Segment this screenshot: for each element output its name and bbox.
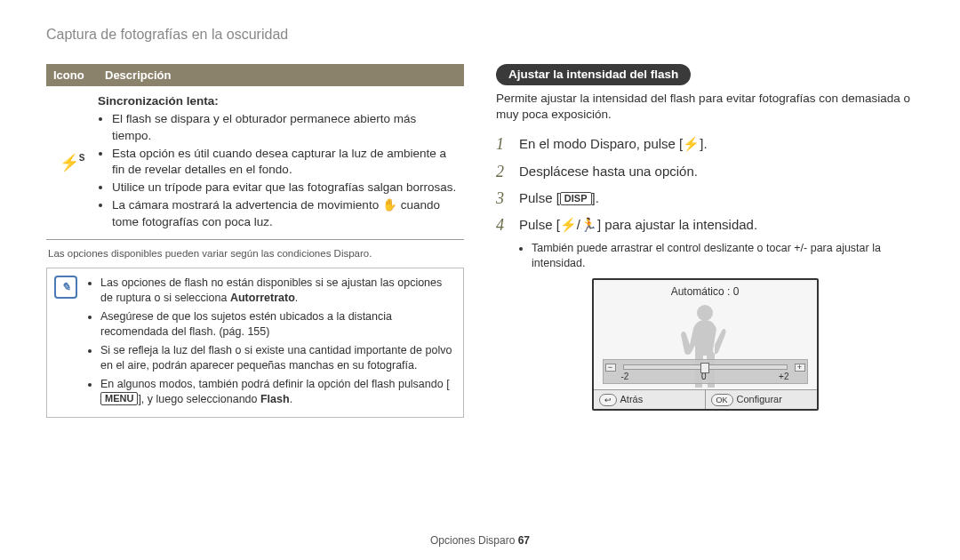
table-head-icon: Icono [46,64,98,87]
info-bullet: Si se refleja la luz del flash o si exis… [100,343,456,373]
ok-icon: OK [711,394,733,406]
screen-ok-button[interactable]: OK Configurar [706,390,817,409]
page-footer: Opciones Disparo 67 [0,533,960,548]
menu-key: MENU [100,392,138,405]
page-title: Captura de fotografías en la oscuridad [46,25,914,44]
slider-track[interactable] [623,364,788,370]
table-head-desc: Descripción [98,64,464,87]
slider-thumb[interactable] [700,363,709,373]
step-number: 1 [496,133,512,155]
slider-plus-button[interactable]: + [795,364,805,372]
step-number: 3 [496,188,512,209]
screen-title: Automático : 0 [594,280,817,300]
camera-screen: Automático : 0 − + [592,278,819,411]
svg-point-0 [697,305,713,321]
disp-key: DISP [560,192,592,205]
screen-back-button[interactable]: ↩ Atrás [594,390,706,409]
step-number: 2 [496,161,512,182]
slider-min-label: -2 [621,371,629,383]
step-number: 4 [496,214,512,236]
section-heading: Ajustar la intensidad del flash [496,64,691,85]
intensity-slider[interactable]: − + -2 0 +2 [603,359,808,385]
info-box: ✎ Las opciones de flash no están disponi… [46,268,464,418]
info-bullet: Las opciones de flash no están disponibl… [100,276,456,306]
slider-minus-button[interactable]: − [605,364,616,372]
step-sub-bullet: También puede arrastrar el control desli… [532,241,914,271]
table-header: Icono Descripción [46,64,464,87]
row-bullet: Esta opción es útil cuando desea captura… [112,146,459,178]
row-bullet: El flash se dispara y el obturador perma… [112,111,459,143]
row-bullet: Utilice un trípode para evitar que las f… [112,180,459,196]
slider-max-label: +2 [779,371,788,383]
info-bullet: Asegúrese de que los sujetos estén ubica… [100,309,456,340]
info-bullet: En algunos modos, también podrá definir … [100,377,456,407]
step-text: Desplácese hasta una opción. [519,161,698,182]
section-intro: Permite ajustar la intensidad del flash … [496,91,914,123]
right-column: Ajustar la intensidad del flash Permite … [496,64,914,419]
step-text: Pulse [DISP]. [519,188,599,209]
table-row: ⚡S Sincronización lenta: El flash se dis… [46,86,464,240]
left-column: Icono Descripción ⚡S Sincronización lent… [46,64,464,419]
row-bullet: La cámara mostrará la advertencia de mov… [112,197,459,229]
back-icon: ↩ [599,394,617,406]
step-text: En el modo Disparo, pulse [⚡]. [519,133,708,155]
step-text: Pulse [⚡/🏃] para ajustar la intensidad. [519,214,757,236]
info-icon: ✎ [54,276,77,299]
conditions-note: Las opciones disponibles pueden variar s… [48,247,462,261]
flash-slow-sync-icon: ⚡S [46,92,98,234]
row-title: Sincronización lenta: [98,94,219,108]
